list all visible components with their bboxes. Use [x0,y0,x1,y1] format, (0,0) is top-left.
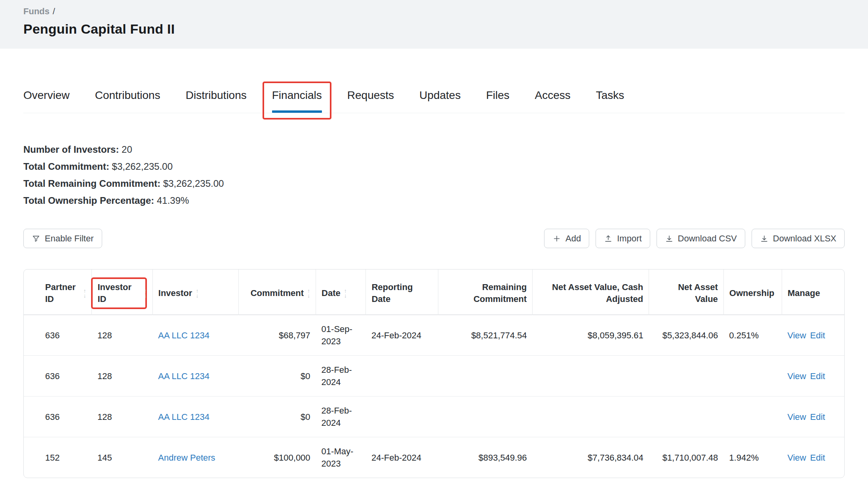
cell-reporting_date [366,397,438,437]
cell-investor_id: 128 [92,397,152,437]
cell-commitment: $100,000 [239,437,316,478]
col-header-investor_id[interactable]: Investor ID↑↓ [92,269,152,315]
summary-stat-label: Number of Investors: [23,144,119,155]
cell-nav: $5,323,844.06 [649,315,724,356]
cell-manage: ViewEdit [782,356,844,397]
summary-stat-label: Total Commitment: [23,161,109,172]
enable-filter-button[interactable]: Enable Filter [23,229,102,248]
col-header-inner: Date↑↓ [322,287,360,299]
col-header-inner: Manage [788,287,833,299]
tab-distributions[interactable]: Distributions [186,89,247,113]
tab-updates[interactable]: Updates [419,89,461,113]
edit-link[interactable]: Edit [810,330,825,340]
cell-partner_id: 636 [24,356,92,397]
summary-stat-value: $3,262,235.00 [112,161,173,172]
cell-manage: ViewEdit [782,437,844,478]
view-link[interactable]: View [787,371,806,381]
tab-access[interactable]: Access [535,89,571,113]
breadcrumb-funds-link[interactable]: Funds [23,6,49,16]
sort-down-arrow: ↓ [196,293,198,298]
cell-partner_id: 152 [24,437,92,478]
view-link[interactable]: View [787,330,806,340]
cell-remaining_commitment [438,397,532,437]
summary-stat-value: 20 [122,144,132,155]
cell-ownership [723,397,782,437]
summary-stat: Total Commitment: $3,262,235.00 [23,158,845,175]
tab-label: Requests [347,89,394,101]
table-row: 636128AA LLC 1234$028-Feb-2024ViewEdit [24,356,844,397]
col-label-ownership: Ownership [729,287,775,299]
col-header-manage: Manage [782,269,844,315]
main-content: OverviewContributionsDistributionsFinanc… [0,89,868,478]
investor-link[interactable]: Andrew Peters [158,453,215,463]
sort-icon[interactable]: ↑↓ [144,288,147,298]
summary-stat-value: $3,262,235.00 [163,178,224,189]
tab-label: Tasks [596,89,624,101]
col-header-investor[interactable]: Investor↑↓ [152,269,239,315]
download-csv-label: Download CSV [678,233,737,244]
sort-icon[interactable]: ↑↓ [344,288,347,298]
col-label-nav: Net Asset Value [655,281,718,305]
cell-partner_id: 636 [24,315,92,356]
col-header-commitment[interactable]: Commitment↑↓ [239,269,316,315]
investor-link[interactable]: AA LLC 1234 [158,330,209,340]
tab-requests[interactable]: Requests [347,89,394,113]
cell-manage: ViewEdit [782,315,844,356]
cell-date: 28-Feb-2024 [316,397,366,437]
cell-investor: AA LLC 1234 [152,315,239,356]
toolbar-right: Add Import Download CSV Download XLSX [544,229,845,248]
investor-link[interactable]: AA LLC 1234 [158,412,209,422]
sort-down-arrow: ↓ [344,293,347,298]
summary-stat: Total Remaining Commitment: $3,262,235.0… [23,175,845,192]
view-link[interactable]: View [787,412,806,422]
tab-tasks[interactable]: Tasks [596,89,624,113]
table-row: 152145Andrew Peters$100,00001-May-202324… [24,437,844,478]
sort-icon[interactable]: ↑↓ [83,288,86,298]
edit-link[interactable]: Edit [810,412,825,422]
summary-stat: Number of Investors: 20 [23,141,845,158]
cell-nav_cash_adjusted [533,356,649,397]
download-icon [760,234,769,243]
col-label-remaining_commitment: Remaining Commitment [444,281,527,305]
edit-link[interactable]: Edit [810,453,825,463]
investor-link[interactable]: AA LLC 1234 [158,371,209,381]
cell-remaining_commitment [438,356,532,397]
download-xlsx-button[interactable]: Download XLSX [752,229,845,248]
download-csv-button[interactable]: Download CSV [657,229,745,248]
breadcrumb-separator: / [53,6,55,16]
col-header-reporting_date: Reporting Date [366,269,438,315]
summary-stat: Total Ownership Percentage: 41.39% [23,192,845,209]
breadcrumb: Funds/ [23,6,845,17]
col-header-inner: Investor↑↓ [158,287,233,299]
col-header-nav_cash_adjusted: Net Asset Value, Cash Adjusted [533,269,649,315]
col-header-inner: Net Asset Value [655,281,718,305]
cell-remaining_commitment: $8,521,774.54 [438,315,532,356]
tab-financials[interactable]: Financials [272,89,322,113]
plus-icon [552,234,561,243]
edit-link[interactable]: Edit [810,371,825,381]
tab-label: Updates [419,89,461,101]
view-link[interactable]: View [787,453,806,463]
table-row: 636128AA LLC 1234$68,79701-Sep-202324-Fe… [24,315,844,356]
import-label: Import [617,233,641,244]
cell-nav_cash_adjusted: $8,059,395.61 [533,315,649,356]
tab-contributions[interactable]: Contributions [95,89,160,113]
tab-overview[interactable]: Overview [23,89,70,113]
cell-date: 01-Sep-2023 [316,315,366,356]
toolbar-left: Enable Filter [23,229,102,248]
col-header-ownership: Ownership [723,269,782,315]
import-button[interactable]: Import [596,229,650,248]
sort-icon[interactable]: ↑↓ [196,288,198,298]
cell-investor: AA LLC 1234 [152,397,239,437]
tab-files[interactable]: Files [486,89,509,113]
col-header-partner_id[interactable]: Partner ID↑↓ [24,269,92,315]
col-header-date[interactable]: Date↑↓ [316,269,366,315]
add-button[interactable]: Add [544,229,589,248]
financials-table: Partner ID↑↓Investor ID↑↓Investor↑↓Commi… [24,269,844,478]
sort-down-arrow: ↓ [144,293,147,298]
tab-label: Financials [272,89,322,101]
add-label: Add [565,233,581,244]
cell-date: 28-Feb-2024 [316,356,366,397]
download-xlsx-label: Download XLSX [773,233,836,244]
sort-icon[interactable]: ↑↓ [307,288,310,298]
